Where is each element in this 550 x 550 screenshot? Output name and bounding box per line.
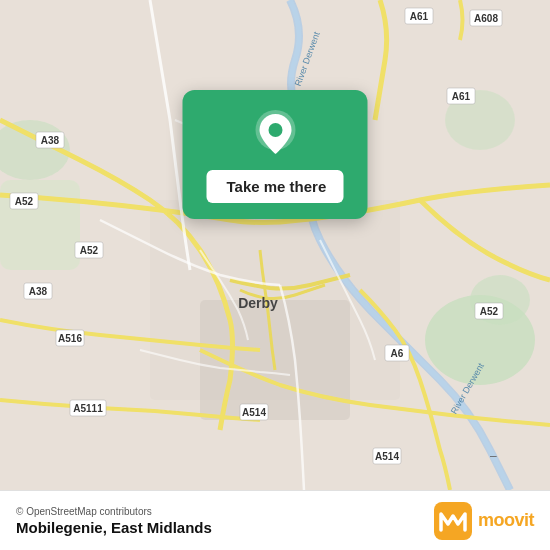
svg-text:A516: A516 (58, 333, 82, 344)
moovit-logo[interactable]: moovit (434, 502, 534, 540)
svg-text:A6: A6 (391, 348, 404, 359)
svg-text:A61: A61 (410, 11, 429, 22)
svg-point-39 (268, 123, 282, 137)
moovit-icon (434, 502, 472, 540)
svg-text:A61: A61 (452, 91, 471, 102)
svg-text:Derby: Derby (238, 295, 278, 311)
svg-text:A38: A38 (29, 286, 48, 297)
location-card: Take me there (183, 90, 368, 219)
bottom-left: © OpenStreetMap contributors Mobilegenie… (16, 506, 212, 536)
svg-text:A52: A52 (15, 196, 34, 207)
bottom-bar: © OpenStreetMap contributors Mobilegenie… (0, 490, 550, 550)
svg-text:A514: A514 (375, 451, 399, 462)
svg-text:A608: A608 (474, 13, 498, 24)
svg-text:A38: A38 (41, 135, 60, 146)
svg-text:A5111: A5111 (73, 403, 103, 414)
osm-attribution: © OpenStreetMap contributors (16, 506, 212, 517)
svg-text:A514: A514 (242, 407, 266, 418)
pin-icon (249, 108, 301, 160)
svg-text:A52: A52 (480, 306, 499, 317)
location-name: Mobilegenie, East Midlands (16, 519, 212, 536)
moovit-text: moovit (478, 510, 534, 531)
svg-text:–: – (490, 449, 497, 463)
svg-text:A52: A52 (80, 245, 99, 256)
map-container: A61 A608 A38 A52 A52 A38 A516 A5111 A514… (0, 0, 550, 490)
take-me-there-button[interactable]: Take me there (207, 170, 344, 203)
